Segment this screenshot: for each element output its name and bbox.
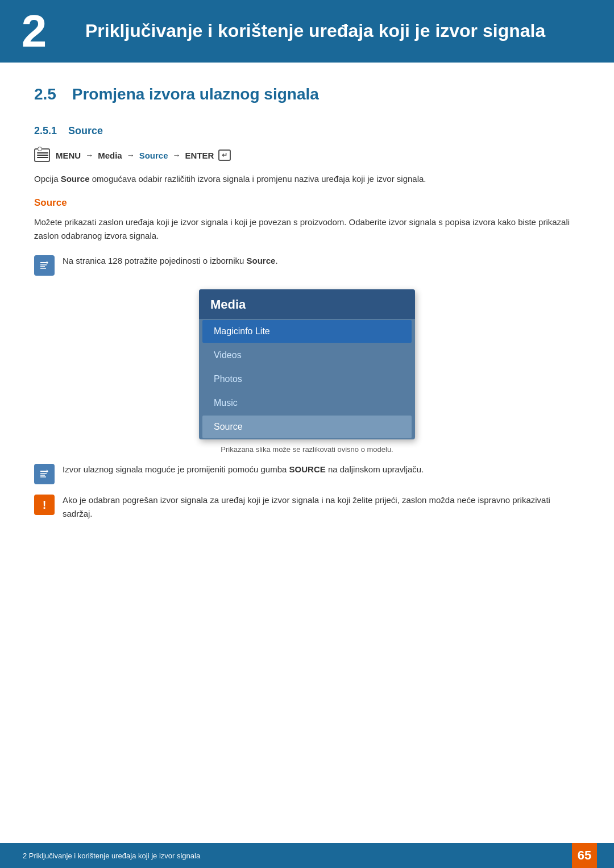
media-menu-item-magicinfo: Magicinfo Lite [202, 320, 412, 343]
chapter-title: Priključivanje i korištenje uređaja koji… [85, 19, 545, 43]
media-menu-item-music: Music [202, 392, 412, 414]
chapter-number-box: 2 [0, 0, 68, 63]
menu-lines-icon [37, 150, 48, 160]
note-block-2: Izvor ulaznog signala moguće je promijen… [34, 463, 580, 484]
media-menu-title: Media [199, 289, 415, 319]
nav-arrow-3: → [173, 151, 181, 160]
enter-icon: ↵ [218, 149, 231, 161]
media-menu-item-source: Source [202, 416, 412, 438]
nav-arrow-1: → [85, 151, 93, 160]
source-subheading: Source [34, 197, 580, 209]
footer-text: 2 Priključivanje i korištenje uređaja ko… [23, 852, 200, 860]
chapter-title-box: Priključivanje i korištenje uređaja koji… [68, 0, 562, 63]
nav-enter-label: ENTER [185, 151, 214, 160]
nav-media: Media [98, 151, 122, 160]
note-2-text: Izvor ulaznog signala moguće je promijen… [63, 463, 424, 476]
source-paragraph: Možete prikazati zaslon uređaja koji je … [34, 215, 580, 243]
media-menu-item-photos: Photos [202, 368, 412, 391]
warning-text: Ako je odabran pogrešan izvor signala za… [63, 493, 580, 521]
note-1-text: Na stranica 128 potražite pojedinosti o … [63, 254, 278, 268]
main-content: 2.5 Promjena izvora ulaznog signala 2.5.… [0, 85, 614, 575]
nav-source: Source [139, 151, 168, 160]
section-heading: 2.5 Promjena izvora ulaznog signala [34, 85, 580, 108]
subsection-heading: 2.5.1 Source [34, 125, 580, 137]
footer-page-number: 65 [572, 843, 597, 868]
intro-bold-source: Source [61, 174, 90, 184]
media-caption: Prikazana slika može se razlikovati ovis… [221, 445, 393, 454]
note-icon-1 [34, 255, 55, 276]
chapter-header: 2 Priključivanje i korištenje uređaja ko… [0, 0, 614, 63]
menu-icon [34, 148, 50, 162]
note-icon-2 [34, 464, 55, 484]
nav-menu-label: MENU [56, 151, 81, 160]
media-menu-item-videos: Videos [202, 344, 412, 367]
warning-icon: ! [34, 495, 55, 515]
chapter-number: 2 [22, 9, 47, 54]
media-menu-screenshot: Media Magicinfo Lite Videos Photos Music… [34, 289, 580, 454]
nav-arrow-2: → [127, 151, 135, 160]
warning-block: ! Ako je odabran pogrešan izvor signala … [34, 493, 580, 521]
footer: 2 Priključivanje i korištenje uređaja ko… [0, 843, 614, 868]
note-block-1: Na stranica 128 potražite pojedinosti o … [34, 254, 580, 276]
nav-path: MENU → Media → Source → ENTER ↵ [34, 148, 580, 162]
media-menu: Media Magicinfo Lite Videos Photos Music… [199, 289, 415, 439]
intro-paragraph: Opcija Source omogućava odabir različiti… [34, 172, 580, 186]
